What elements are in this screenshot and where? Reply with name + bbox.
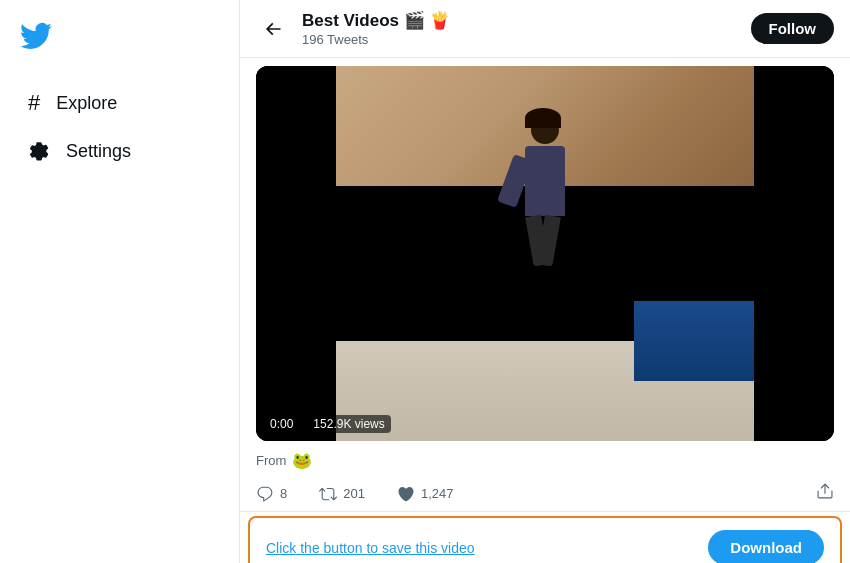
download-button[interactable]: Download	[708, 530, 824, 563]
like-icon	[397, 485, 415, 503]
profile-title: Best Videos 🎬 🍟	[302, 10, 739, 32]
video-frame: 0:00 152.9K views	[256, 66, 834, 441]
follow-button[interactable]: Follow	[751, 13, 835, 44]
pool	[634, 301, 754, 381]
comment-count: 8	[280, 486, 287, 501]
video-time: 0:00	[264, 415, 299, 433]
main-content: Best Videos 🎬 🍟 196 Tweets Follow	[240, 0, 850, 563]
tweet-count: 196 Tweets	[302, 32, 739, 47]
comment-icon	[256, 485, 274, 503]
profile-header: Best Videos 🎬 🍟 196 Tweets Follow	[240, 0, 850, 58]
from-section: From 🐸	[240, 441, 850, 476]
from-emoji: 🐸	[292, 451, 312, 470]
like-count: 1,247	[421, 486, 454, 501]
video-container[interactable]: 0:00 152.9K views	[256, 66, 834, 441]
settings-icon	[28, 140, 50, 162]
sidebar: # Explore Settings	[0, 0, 240, 563]
comment-action[interactable]: 8	[256, 485, 287, 503]
sidebar-item-settings-label: Settings	[66, 141, 131, 162]
save-text[interactable]: Click the button to save this video	[266, 540, 696, 556]
sidebar-item-explore[interactable]: # Explore	[16, 80, 223, 126]
person-legs	[525, 216, 565, 266]
from-label: From	[256, 453, 286, 468]
left-bar	[256, 66, 336, 441]
explore-icon: #	[28, 90, 40, 116]
header-info: Best Videos 🎬 🍟 196 Tweets	[302, 10, 739, 47]
like-action[interactable]: 1,247	[397, 485, 454, 503]
person-head	[531, 116, 559, 144]
right-bar	[754, 66, 834, 441]
sidebar-item-explore-label: Explore	[56, 93, 117, 114]
share-action[interactable]	[816, 482, 834, 505]
twitter-logo	[16, 12, 223, 64]
content-area: 0:00 152.9K views From 🐸 8	[240, 58, 850, 563]
person-body	[525, 146, 565, 216]
retweet-icon	[319, 485, 337, 503]
actions-bar: 8 201 1,247	[240, 476, 850, 512]
video-scene	[256, 66, 834, 441]
video-controls: 0:00 152.9K views	[264, 415, 391, 433]
person-silhouette	[505, 116, 585, 296]
sidebar-item-settings[interactable]: Settings	[16, 130, 223, 172]
retweet-action[interactable]: 201	[319, 485, 365, 503]
retweet-count: 201	[343, 486, 365, 501]
video-views: 152.9K views	[307, 415, 390, 433]
back-button[interactable]	[256, 12, 290, 46]
bottom-bar: Click the button to save this video Down…	[248, 516, 842, 563]
